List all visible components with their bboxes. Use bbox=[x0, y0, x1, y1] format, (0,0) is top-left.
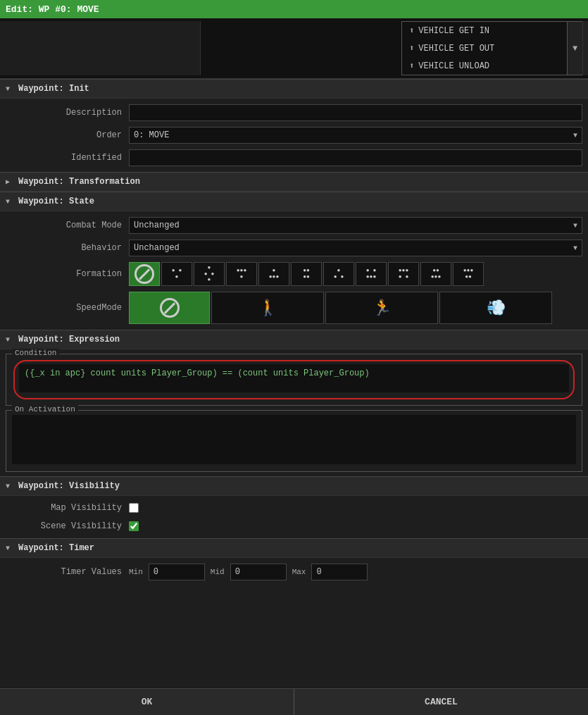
formation-row: Formation ● ●● ●● ●● ●●●● bbox=[0, 259, 588, 289]
formation-btn-7[interactable]: ● ●●●● bbox=[356, 262, 387, 286]
no-entry-icon bbox=[135, 264, 154, 284]
section-title-transformation: Waypoint: Transformation bbox=[18, 177, 140, 187]
sprint-icon: 💨 bbox=[487, 299, 506, 318]
formation-btn-5[interactable]: ●●●● bbox=[291, 262, 322, 286]
collapse-arrow-state: ▼ bbox=[6, 198, 14, 206]
combat-mode-arrow: ▼ bbox=[573, 222, 577, 230]
section-waypoint-visibility[interactable]: ▼ Waypoint: Visibility bbox=[0, 476, 588, 496]
speedmode-btn-walk[interactable]: 🚶 bbox=[211, 292, 324, 324]
identified-input[interactable] bbox=[129, 149, 582, 166]
upload-icon-2: ⬆ bbox=[409, 43, 414, 54]
section-waypoint-expression[interactable]: ▼ Waypoint: Expression bbox=[0, 330, 588, 349]
dropdown-item-get-in[interactable]: ⬆ VEHICLE GET IN bbox=[402, 22, 582, 39]
order-dropdown-arrow: ▼ bbox=[573, 132, 577, 139]
timer-max-input[interactable] bbox=[311, 564, 368, 580]
section-waypoint-init[interactable]: ▼ Waypoint: Init bbox=[0, 79, 588, 99]
collapse-arrow-expression: ▼ bbox=[6, 336, 14, 344]
on-activation-textarea[interactable] bbox=[12, 415, 576, 464]
timer-min-input[interactable] bbox=[149, 564, 205, 580]
section-waypoint-transformation[interactable]: ▶ Waypoint: Transformation bbox=[0, 172, 588, 192]
formation-buttons: ● ●● ●● ●● ●●●● ●●●● ●●●● bbox=[129, 262, 582, 286]
timer-inputs: Min Mid Max bbox=[129, 564, 368, 580]
timer-max-label: Max bbox=[292, 568, 306, 576]
condition-group: Condition bbox=[6, 354, 582, 406]
scene-visibility-label: Scene Visibility bbox=[6, 521, 129, 531]
formation-btn-8[interactable]: ●●●● ● bbox=[388, 262, 419, 286]
behavior-value: Unchanged bbox=[134, 243, 180, 253]
top-dropdown-inner[interactable]: ⬆ VEHICLE GET IN ⬆ VEHICLE GET OUT ⬆ VEH… bbox=[401, 21, 582, 75]
formation-btn-10[interactable]: ●●●●● bbox=[453, 262, 484, 286]
section-waypoint-timer[interactable]: ▼ Waypoint: Timer bbox=[0, 538, 588, 558]
map-visibility-row: Map Visibility bbox=[0, 499, 588, 517]
dropdown-item-unload[interactable]: ⬆ VEHICLE UNLOAD bbox=[402, 57, 582, 75]
condition-highlight-box bbox=[13, 360, 575, 399]
speedmode-btn-run[interactable]: 🏃 bbox=[325, 292, 438, 324]
speedmode-label: SpeedMode bbox=[6, 303, 129, 313]
formation-btn-4[interactable]: ●●●● bbox=[258, 262, 289, 286]
order-dropdown[interactable]: 0: MOVE ▼ bbox=[129, 127, 582, 144]
section-waypoint-state[interactable]: ▼ Waypoint: State bbox=[0, 192, 588, 211]
waypoint-init-body: Description Order 0: MOVE ▼ Identified bbox=[0, 99, 588, 172]
formation-btn-2[interactable]: ●● ●● bbox=[194, 262, 225, 286]
timer-min-label: Min bbox=[129, 568, 143, 576]
identified-label: Identified bbox=[6, 153, 129, 163]
combat-mode-row: Combat Mode Unchanged ▼ bbox=[0, 214, 588, 237]
expression-body: Condition On Activation bbox=[0, 354, 588, 472]
speedmode-row: SpeedMode 🚶 🏃 💨 bbox=[0, 289, 588, 327]
behavior-label: Behavior bbox=[6, 243, 129, 253]
combat-mode-dropdown[interactable]: Unchanged ▼ bbox=[129, 217, 582, 234]
combat-mode-value: Unchanged bbox=[134, 220, 180, 230]
description-label: Description bbox=[6, 108, 129, 118]
collapse-arrow-init: ▼ bbox=[6, 85, 14, 93]
scroll-area: ⬆ VEHICLE GET IN ⬆ VEHICLE GET OUT ⬆ VEH… bbox=[0, 18, 588, 688]
dropdown-scroll-arrow[interactable]: ▼ bbox=[567, 22, 582, 75]
walk-icon: 🚶 bbox=[258, 299, 277, 318]
map-visibility-checkbox[interactable] bbox=[129, 503, 139, 513]
behavior-row: Behavior Unchanged ▼ bbox=[0, 237, 588, 259]
combat-mode-label: Combat Mode bbox=[6, 220, 129, 230]
formation-btn-6[interactable]: ●● ● bbox=[323, 262, 354, 286]
title-bar: Edit: WP #0: MOVE bbox=[0, 0, 588, 18]
ok-button[interactable]: OK bbox=[0, 689, 294, 715]
condition-textarea[interactable] bbox=[19, 364, 569, 392]
behavior-arrow: ▼ bbox=[573, 244, 577, 252]
timer-body: Timer Values Min Mid Max bbox=[0, 558, 588, 586]
formation-btn-none[interactable] bbox=[129, 262, 160, 286]
bottom-bar: OK CANCEL bbox=[0, 688, 588, 715]
section-title-state: Waypoint: State bbox=[18, 197, 94, 206]
map-visibility-label: Map Visibility bbox=[6, 503, 129, 513]
on-activation-label: On Activation bbox=[12, 405, 78, 414]
collapse-arrow-timer: ▼ bbox=[6, 545, 14, 552]
collapse-arrow-transformation: ▶ bbox=[6, 178, 14, 186]
order-row: Order 0: MOVE ▼ bbox=[0, 124, 588, 147]
on-activation-group: On Activation bbox=[6, 410, 582, 472]
upload-icon-3: ⬆ bbox=[409, 61, 414, 71]
dropdown-item-get-out[interactable]: ⬆ VEHICLE GET OUT bbox=[402, 39, 582, 57]
speedmode-btn-none[interactable] bbox=[129, 292, 210, 324]
formation-btn-1[interactable]: ● ●● bbox=[161, 262, 192, 286]
timer-values-label: Timer Values bbox=[6, 567, 129, 577]
top-dropdown-section: ⬆ VEHICLE GET IN ⬆ VEHICLE GET OUT ⬆ VEH… bbox=[0, 18, 588, 79]
title-text: Edit: WP #0: MOVE bbox=[6, 4, 99, 15]
upload-icon-1: ⬆ bbox=[409, 25, 414, 36]
timer-mid-label: Mid bbox=[211, 568, 225, 576]
cancel-button[interactable]: CANCEL bbox=[294, 689, 588, 715]
section-title-expression: Waypoint: Expression bbox=[18, 335, 120, 344]
scene-visibility-checkbox[interactable] bbox=[129, 521, 139, 531]
run-icon: 🏃 bbox=[373, 299, 392, 318]
formation-btn-3[interactable]: ●●●● bbox=[226, 262, 257, 286]
speedmode-btn-sprint[interactable]: 💨 bbox=[439, 292, 552, 324]
formation-btn-9[interactable]: ●●●●● bbox=[420, 262, 451, 286]
condition-group-label: Condition bbox=[12, 349, 59, 357]
order-label: Order bbox=[6, 130, 129, 140]
waypoint-state-body: Combat Mode Unchanged ▼ Behavior Unchang… bbox=[0, 211, 588, 330]
speedmode-no-entry-icon bbox=[160, 298, 180, 318]
behavior-dropdown[interactable]: Unchanged ▼ bbox=[129, 240, 582, 256]
speedmode-buttons: 🚶 🏃 💨 bbox=[129, 292, 582, 324]
formation-label: Formation bbox=[6, 269, 129, 279]
collapse-arrow-visibility: ▼ bbox=[6, 483, 14, 490]
timer-values-row: Timer Values Min Mid Max bbox=[0, 561, 588, 583]
section-title-timer: Waypoint: Timer bbox=[18, 543, 94, 553]
timer-mid-input[interactable] bbox=[230, 564, 287, 580]
description-input[interactable] bbox=[129, 104, 582, 121]
